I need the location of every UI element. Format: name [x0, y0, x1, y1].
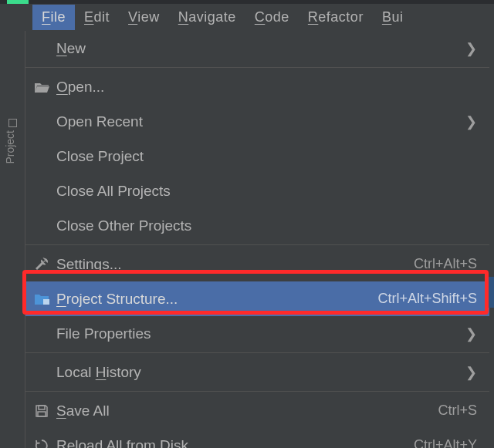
menu-item-open-recent[interactable]: Open Recent ❯ [25, 104, 489, 139]
svg-rect-1 [39, 406, 45, 409]
menubar-code[interactable]: Code [245, 5, 299, 30]
menu-item-project-structure[interactable]: Project Structure... Ctrl+Alt+Shift+S [25, 281, 489, 316]
menu-item-close-all-projects[interactable]: Close All Projects [25, 173, 489, 208]
menu-item-shortcut: Ctrl+S [438, 403, 477, 419]
menu-item-label: Project Structure... [56, 291, 377, 308]
menu-item-open[interactable]: Open... [25, 69, 489, 104]
menubar-edit[interactable]: Edit [75, 5, 119, 30]
svg-rect-2 [38, 412, 46, 416]
selection-overflow [488, 277, 494, 308]
menubar-view[interactable]: View [119, 5, 169, 30]
menu-item-label: Open... [56, 79, 477, 96]
menu-item-label: Close Other Projects [56, 217, 477, 234]
menu-item-save-all[interactable]: Save All Ctrl+S [25, 393, 489, 428]
menu-item-new[interactable]: New ❯ [25, 31, 489, 66]
menubar-navigate[interactable]: Navigate [169, 5, 245, 30]
menu-item-label: Reload All from Disk [56, 437, 414, 449]
menu-item-file-properties[interactable]: File Properties ❯ [25, 316, 489, 351]
menu-item-label: Settings... [56, 256, 414, 273]
menubar-file[interactable]: File [32, 5, 75, 30]
chevron-right-icon: ❯ [465, 364, 477, 381]
project-structure-icon [35, 293, 56, 305]
menu-item-label: Save All [56, 403, 438, 419]
chevron-right-icon: ❯ [465, 40, 477, 57]
chevron-right-icon: ❯ [465, 113, 477, 130]
file-menu-dropdown: New ❯ Open... Open Recent ❯ Close Projec… [25, 31, 489, 448]
menu-item-shortcut: Ctrl+Alt+Y [414, 437, 477, 448]
menu-item-label: Open Recent [56, 113, 459, 130]
menu-item-close-other-projects[interactable]: Close Other Projects [25, 208, 489, 243]
menu-separator [25, 244, 489, 245]
left-tool-strip: Project [0, 30, 25, 446]
menu-item-label: New [56, 40, 459, 57]
tool-window-icon [8, 119, 17, 127]
save-icon [35, 404, 56, 418]
menu-item-label: Local History [56, 364, 459, 381]
folder-open-icon [35, 81, 56, 93]
menubar-build[interactable]: Bui [373, 5, 413, 30]
chevron-right-icon: ❯ [465, 325, 477, 342]
menu-item-close-project[interactable]: Close Project [25, 139, 489, 173]
menu-separator [25, 352, 489, 353]
menu-item-label: Close Project [56, 148, 477, 165]
menu-item-reload-all[interactable]: Reload All from Disk Ctrl+Alt+Y [25, 428, 489, 448]
menubar: File Edit View Navigate Code Refactor Bu… [0, 4, 494, 30]
menu-item-shortcut: Ctrl+Alt+Shift+S [377, 291, 477, 307]
menu-item-label: File Properties [56, 325, 459, 342]
menu-item-local-history[interactable]: Local History ❯ [25, 355, 489, 389]
menubar-refactor[interactable]: Refactor [299, 5, 373, 30]
project-tool-label[interactable]: Project [4, 130, 16, 164]
menu-item-settings[interactable]: Settings... Ctrl+Alt+S [25, 247, 489, 281]
reload-icon [35, 439, 56, 449]
wrench-icon [35, 258, 56, 271]
active-tab-indicator [7, 0, 29, 4]
menu-separator [25, 391, 489, 392]
svg-rect-0 [43, 299, 49, 305]
menu-item-label: Close All Projects [56, 183, 477, 200]
menu-item-shortcut: Ctrl+Alt+S [414, 256, 477, 272]
menu-separator [25, 67, 489, 68]
